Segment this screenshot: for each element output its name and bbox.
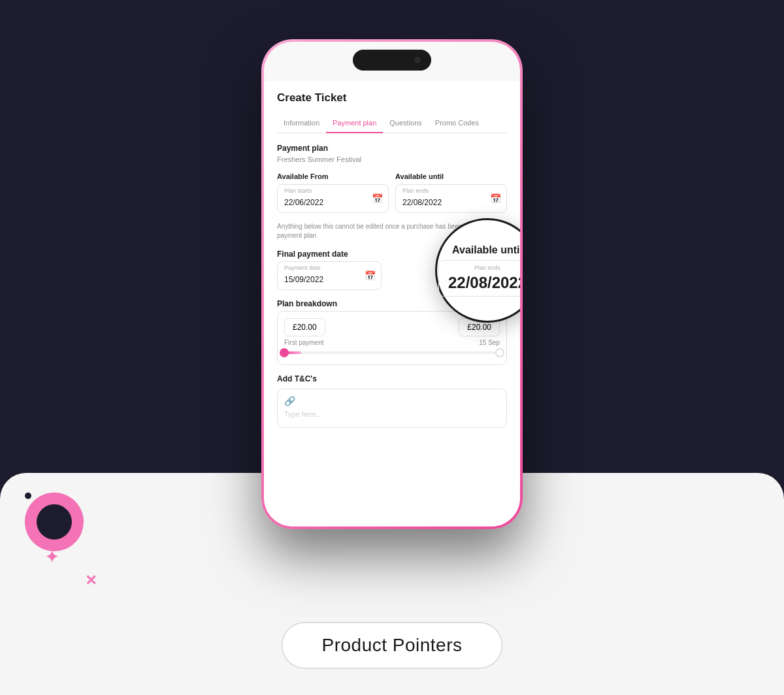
tab-bar: Information Payment plan Questions Promo… (277, 114, 507, 133)
breakdown-labels: First payment 15 Sep (284, 339, 500, 346)
tab-information[interactable]: Information (277, 114, 326, 133)
final-payment-date-label: 15 Sep (479, 339, 500, 346)
phone-notch (353, 50, 431, 71)
tab-promo-codes[interactable]: Promo Codes (429, 114, 485, 133)
calendar-icon-final: 📅 (365, 270, 376, 281)
tab-payment-plan[interactable]: Payment plan (326, 114, 383, 133)
deco-cross-icon: ✕ (85, 572, 97, 589)
available-until-input[interactable]: Plan ends 22/08/2022 📅 (395, 184, 507, 213)
spotlight-date-box: Plan ends 22/08/2022 (438, 260, 520, 297)
tab-questions[interactable]: Questions (383, 114, 429, 133)
deco-pink-circle-inner (37, 504, 72, 540)
phone-inner: Create Ticket Information Payment plan Q… (264, 42, 520, 526)
date-fields-row: Available From Plan starts 22/06/2022 📅 … (277, 172, 507, 213)
slider-thumb-right[interactable] (495, 348, 504, 357)
calendar-icon-until: 📅 (490, 193, 501, 204)
calendar-icon-from: 📅 (372, 193, 383, 204)
available-from-value: 22/06/2022 (284, 198, 382, 207)
tc-placeholder: Type here... (284, 410, 500, 418)
breakdown-amounts: £20.00 £20.00 (284, 318, 500, 336)
first-payment-label: First payment (284, 339, 324, 346)
available-from-label: Available From (277, 172, 389, 180)
tc-box[interactable]: 🔗 Type here... (277, 389, 507, 428)
payment-slider[interactable] (284, 351, 500, 354)
product-pointers-button[interactable]: Product Pointers (282, 622, 503, 669)
spotlight-sub-label: Plan ends (448, 265, 520, 271)
available-until-group: Available until Plan ends 22/08/2022 📅 (395, 172, 507, 213)
available-from-group: Available From Plan starts 22/06/2022 📅 (277, 172, 389, 213)
final-payment-value: 15/09/2022 (284, 275, 374, 284)
link-icon: 🔗 (284, 396, 500, 406)
available-from-input[interactable]: Plan starts 22/06/2022 📅 (277, 184, 389, 213)
phone-frame: Create Ticket Information Payment plan Q… (261, 39, 523, 529)
plan-starts-label: Plan starts (284, 187, 312, 194)
page-title: Create Ticket (277, 91, 507, 105)
deco-small-dot (25, 493, 31, 499)
payment-date-label: Payment date (284, 265, 321, 271)
final-payment-input[interactable]: Payment date 15/09/2022 📅 (277, 261, 382, 290)
available-until-label: Available until (395, 172, 507, 180)
first-amount: £20.00 (284, 318, 325, 336)
deco-star-icon: ✦ (44, 546, 59, 568)
spotlight-title: Available until (452, 244, 520, 256)
tc-label: Add T&C's (277, 374, 507, 383)
plan-ends-label: Plan ends (402, 187, 429, 194)
spotlight-date: 22/08/2022 (448, 274, 520, 292)
slider-thumb-left[interactable] (280, 348, 289, 357)
available-until-value: 22/08/2022 (402, 198, 500, 207)
camera-dot (414, 57, 421, 63)
event-name: Freshers Summer Festival (277, 155, 507, 163)
payment-plan-label: Payment plan (277, 144, 507, 153)
